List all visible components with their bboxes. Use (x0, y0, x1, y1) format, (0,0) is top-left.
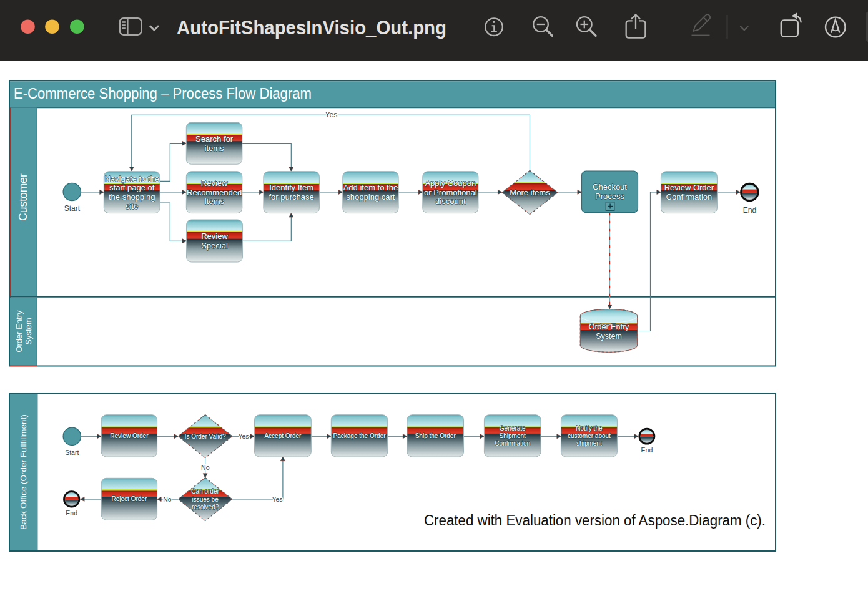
svg-text:Start: Start (64, 204, 81, 213)
svg-text:Recommended: Recommended (187, 188, 242, 197)
svg-text:issues be: issues be (192, 496, 219, 503)
svg-text:the shopping: the shopping (109, 192, 155, 202)
svg-text:More items: More items (510, 188, 550, 197)
svg-text:AutoFitShapesInVisio_Out.png: AutoFitShapesInVisio_Out.png (177, 17, 446, 39)
svg-text:start page of: start page of (109, 183, 155, 192)
svg-text:Confirmation: Confirmation (495, 440, 530, 447)
svg-text:Generate: Generate (500, 425, 526, 432)
svg-text:End: End (641, 446, 653, 454)
svg-text:Add item to the: Add item to the (343, 183, 398, 192)
svg-text:Confirmation: Confirmation (666, 192, 713, 202)
svg-text:site: site (126, 202, 138, 211)
svg-text:items: items (205, 144, 225, 153)
svg-text:Reject Order: Reject Order (112, 495, 147, 502)
svg-text:resolved?: resolved? (192, 504, 219, 510)
svg-text:Items: Items (204, 197, 224, 206)
svg-text:Notify the: Notify the (576, 425, 603, 432)
svg-text:Back Office (Order Fullfillmen: Back Office (Order Fullfillment) (19, 414, 28, 529)
svg-text:No: No (201, 464, 210, 471)
svg-text:Yes: Yes (238, 432, 249, 440)
svg-text:End: End (743, 206, 756, 215)
svg-text:Start: Start (65, 449, 79, 456)
svg-text:Order Entry: Order Entry (14, 310, 24, 353)
svg-text:E-Commerce Shopping – Process: E-Commerce Shopping – Process Flow Diagr… (14, 85, 312, 102)
svg-text:shopping cart: shopping cart (346, 192, 395, 202)
svg-text:Ship the Order: Ship the Order (415, 432, 456, 439)
svg-text:Can order: Can order (191, 488, 219, 495)
svg-text:Checkout: Checkout (593, 182, 627, 192)
svg-text:Apply Coupon: Apply Coupon (425, 178, 476, 188)
svg-text:System: System (24, 318, 33, 344)
svg-text:No: No (163, 495, 172, 503)
svg-text:Yes: Yes (272, 495, 282, 503)
svg-text:discount: discount (435, 197, 466, 206)
svg-text:Review Order: Review Order (664, 183, 714, 192)
svg-text:Yes: Yes (325, 110, 338, 119)
svg-text:Created with Evaluation versio: Created with Evaluation version of Aspos… (424, 512, 766, 529)
svg-text:for purchase: for purchase (269, 192, 313, 202)
svg-text:Search for: Search for (195, 134, 234, 144)
svg-text:Review: Review (201, 231, 228, 241)
svg-text:Accept Order: Accept Order (264, 432, 302, 439)
svg-text:End: End (66, 509, 77, 517)
svg-text:Navigate to the: Navigate to the (104, 174, 159, 183)
svg-text:Shipment: Shipment (500, 432, 526, 439)
svg-text:customer about: customer about (568, 432, 611, 439)
svg-text:Is Order Valid?: Is Order Valid? (185, 433, 226, 440)
svg-text:Process: Process (595, 192, 624, 201)
svg-text:or Promotional: or Promotional (424, 188, 477, 197)
svg-text:Special: Special (201, 241, 228, 250)
svg-text:shipment: shipment (576, 440, 602, 447)
svg-text:Package the Order: Package the Order (333, 432, 387, 439)
svg-text:Customer: Customer (17, 173, 29, 221)
svg-text:Order Entry: Order Entry (589, 323, 629, 331)
svg-text:Review: Review (201, 178, 228, 188)
svg-text:Identify Item: Identify Item (269, 183, 313, 192)
svg-text:Review Order: Review Order (110, 432, 149, 439)
svg-text:System: System (596, 332, 622, 341)
